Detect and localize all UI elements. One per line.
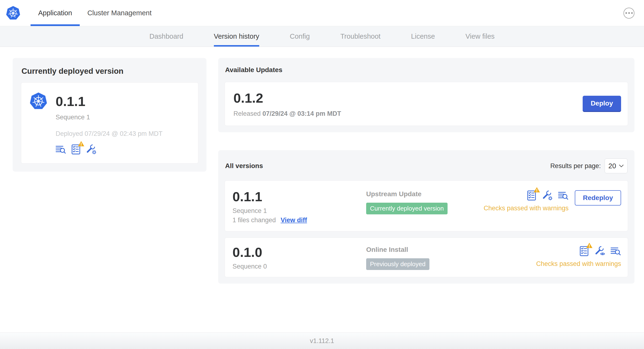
tab-cluster-management[interactable]: Cluster Management — [80, 0, 159, 26]
warning-icon — [534, 187, 540, 193]
row-source-type: Online Install — [366, 246, 536, 254]
tab-license[interactable]: License — [411, 26, 435, 46]
kubernetes-logo — [6, 0, 20, 26]
overflow-menu-button[interactable] — [624, 8, 634, 18]
release-notes-icon[interactable] — [610, 246, 621, 256]
console-version: v1.112.1 — [310, 337, 334, 345]
deployed-sequence: Sequence 1 — [56, 114, 190, 121]
version-row-0-1-0: 0.1.0 Sequence 0 Online Install Previous… — [224, 238, 628, 277]
chevron-down-icon — [619, 164, 624, 167]
tab-config[interactable]: Config — [290, 26, 310, 46]
warning-icon — [78, 140, 84, 147]
update-row: 0.1.2 Released 07/29/24 @ 03:14 pm MDT D… — [224, 82, 628, 126]
row-version-number: 0.1.0 — [232, 244, 366, 260]
currently-deployed-title: Currently deployed version — [22, 66, 198, 76]
ellipsis-icon — [626, 12, 633, 14]
all-versions-title: All versions — [225, 162, 263, 170]
app-level-tabs: Application Cluster Management — [30, 0, 159, 26]
view-config-icon[interactable] — [594, 246, 605, 256]
previously-deployed-badge: Previously deployed — [366, 258, 430, 270]
release-notes-icon[interactable] — [558, 190, 568, 201]
row-source-type: Upstream Update — [366, 190, 484, 198]
right-column: Available Updates 0.1.2 Released 07/29/2… — [218, 58, 634, 284]
redeploy-button[interactable]: Redeploy — [575, 190, 621, 206]
footer: v1.112.1 — [0, 332, 644, 349]
files-changed-label: 1 files changed — [232, 216, 276, 224]
edit-config-icon[interactable] — [86, 144, 97, 155]
preflight-status-text: Checks passed with warnings — [484, 204, 568, 212]
top-nav: Application Cluster Management — [0, 0, 644, 26]
deployed-version-number: 0.1.1 — [56, 94, 86, 109]
row-sequence: Sequence 0 — [232, 263, 366, 270]
tab-application[interactable]: Application — [30, 0, 80, 26]
version-row-0-1-1: 0.1.1 Sequence 1 1 files changed View di… — [224, 180, 628, 231]
row-sequence: Sequence 1 — [232, 207, 366, 214]
main-content: Currently deployed version 0.1.1 Sequenc… — [0, 47, 644, 332]
results-per-page-label: Results per page: — [550, 162, 601, 170]
currently-deployed-badge: Currently deployed version — [366, 203, 448, 214]
update-released-line: Released 07/29/24 @ 03:14 pm MDT — [234, 110, 341, 118]
preflight-checks-icon[interactable] — [70, 144, 82, 155]
update-released-timestamp: 07/29/24 @ 03:14 pm MDT — [262, 110, 341, 117]
tab-version-history[interactable]: Version history — [214, 26, 259, 46]
app-icon-kubernetes — [29, 92, 48, 110]
release-notes-icon[interactable] — [55, 144, 66, 155]
all-versions-card: All versions Results per page: 20 — [218, 150, 634, 284]
results-per-page-select[interactable]: 20 — [604, 158, 628, 173]
deployed-timestamp: Deployed 07/29/24 @ 02:43 pm MDT — [56, 130, 190, 138]
available-updates-card: Available Updates 0.1.2 Released 07/29/2… — [218, 58, 634, 132]
left-column: Currently deployed version 0.1.1 Sequenc… — [13, 58, 206, 172]
sub-nav: Dashboard Version history Config Trouble… — [0, 26, 644, 47]
view-diff-link[interactable]: View diff — [281, 216, 307, 224]
currently-deployed-panel: 0.1.1 Sequence 1 Deployed 07/29/24 @ 02:… — [21, 82, 198, 164]
tab-dashboard[interactable]: Dashboard — [150, 26, 183, 46]
warning-icon — [586, 242, 593, 248]
available-updates-title: Available Updates — [225, 66, 628, 74]
preflight-status-text: Checks passed with warnings — [536, 260, 621, 268]
update-version-number: 0.1.2 — [234, 90, 341, 106]
version-history-page: Application Cluster Management Dashboard… — [0, 0, 644, 349]
row-version-number: 0.1.1 — [232, 189, 366, 204]
preflight-checks-icon[interactable] — [578, 246, 590, 256]
tab-troubleshoot[interactable]: Troubleshoot — [340, 26, 380, 46]
edit-config-icon[interactable] — [542, 190, 553, 201]
deploy-button[interactable]: Deploy — [583, 96, 621, 112]
preflight-checks-icon[interactable] — [526, 190, 537, 201]
tab-view-files[interactable]: View files — [466, 26, 494, 46]
currently-deployed-card: Currently deployed version 0.1.1 Sequenc… — [13, 58, 206, 172]
